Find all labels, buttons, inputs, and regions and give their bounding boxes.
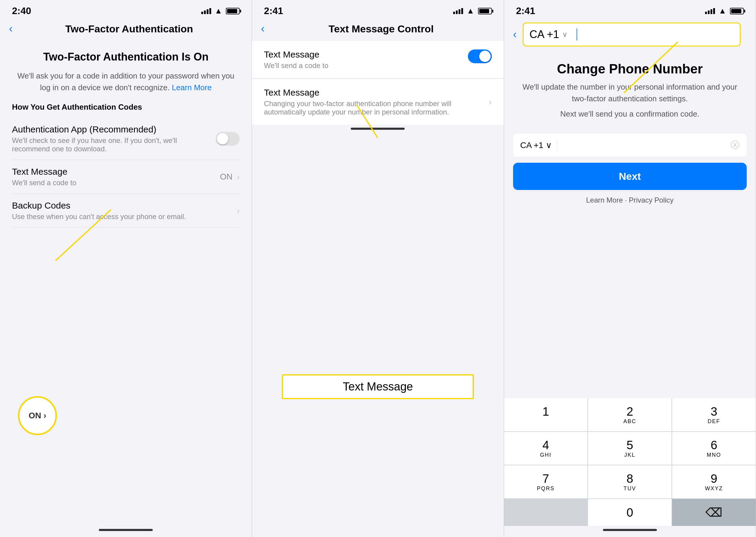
status-time-1: 2:40 [12,5,31,17]
backup-codes-subtitle: Use these when you can't access your pho… [12,213,237,221]
text-msg-toggle-title: Text Message [264,50,468,60]
change-number-desc: We'll update the number in your personal… [504,81,756,104]
status-time-3: 2:41 [516,5,535,17]
change-number-send: Next we'll send you a confirmation code. [504,109,756,119]
text-message-row-1[interactable]: Text Message We'll send a code to ON › [12,160,240,194]
numpad: 1 2 ABC 3 DEF 4 GHI 5 JKL 6 MNO 7 PQRS [504,398,756,526]
battery-icon-3 [730,8,744,15]
back-button-3[interactable]: ‹ [513,28,517,41]
text-msg-toggle-on[interactable] [468,50,492,63]
back-button-1[interactable]: ‹ [9,22,13,35]
status-icons-2: ▲ [453,6,492,16]
nav-bar-2: ‹ Text Message Control [252,20,504,41]
text-message-subtitle-1: We'll send a code to [12,179,220,187]
country-code-selector[interactable]: CA +1 ∨ [520,140,557,150]
text-msg-toggle-subtitle: We'll send a code to [264,62,468,70]
annotation-text: Text Message [343,380,413,393]
country-code-text: CA +1 [520,141,543,150]
key-2[interactable]: 2 ABC [588,398,671,431]
status-icons-3: ▲ [705,6,744,16]
signal-icon-3 [705,8,715,14]
wifi-icon-3: ▲ [719,6,726,16]
home-indicator-1 [99,529,153,531]
auth-app-toggle[interactable] [216,132,240,145]
backup-codes-title: Backup Codes [12,200,237,211]
status-bar-1: 2:40 ▲ [0,0,251,20]
key-5[interactable]: 5 JKL [588,432,671,465]
battery-icon-2 [478,8,492,15]
panel-change-number: 2:41 ▲ ‹ CA +1 ∨ Change Phone N [504,0,756,537]
home-indicator-3 [603,529,657,531]
text-msg-change-body: Changing your two-factor authentication … [264,100,488,116]
backup-codes-row[interactable]: Backup Codes Use these when you can't ac… [12,194,240,228]
auth-app-title: Authentication App (Recommended) [12,124,216,135]
back-button-2[interactable]: ‹ [261,22,264,35]
chevron-icon-change: › [489,97,492,107]
panel1-heading: Two-Factor Authentication Is On [12,50,240,64]
key-7[interactable]: 7 PQRS [504,465,588,498]
country-code-text-top: CA +1 [530,28,559,41]
country-chevron-down: ∨ [546,140,552,150]
chevron-icon-1: › [237,172,240,182]
nav-title-2: Text Message Control [268,23,495,35]
panel-two-factor: 2:40 ▲ ‹ Two-Factor Authentication Two-F… [0,0,252,537]
key-9[interactable]: 9 WXYZ [672,465,756,498]
country-phone-input-top[interactable]: CA +1 ∨ [523,22,741,46]
key-6[interactable]: 6 MNO [672,432,756,465]
clear-button[interactable]: ⓧ [731,139,739,151]
panel1-desc: We'll ask you for a code in addition to … [12,70,240,94]
signal-icon-1 [201,8,211,14]
text-msg-change-row[interactable]: Text Message Changing your two-factor au… [252,79,504,125]
section-label-1: How You Get Authentication Codes [12,103,240,112]
status-icons-1: ▲ [201,6,240,16]
text-message-annotation-box: Text Message [282,374,473,399]
chevron-icon-backup: › [237,206,240,216]
key-empty [504,499,588,526]
status-time-2: 2:41 [264,5,283,17]
text-msg-toggle-row[interactable]: Text Message We'll send a code to [252,41,504,78]
country-chevron-top: ∨ [562,30,568,39]
status-bar-2: 2:41 ▲ [252,0,504,20]
battery-icon-1 [226,8,240,15]
nav-title-1: Two-Factor Authentication [16,23,243,35]
home-indicator-2 [351,128,405,130]
auth-app-row[interactable]: Authentication App (Recommended) We'll c… [12,118,240,160]
learn-more-link-1[interactable]: Learn More [172,83,212,92]
links-row: Learn More · Privacy Policy [504,196,756,204]
panel-text-message-control: 2:41 ▲ ‹ Text Message Control Text Messa… [252,0,504,537]
on-label: ON [220,172,232,182]
wifi-icon-2: ▲ [467,6,474,16]
auth-app-subtitle: We'll check to see if you have one. If y… [12,136,216,153]
signal-icon-2 [453,8,463,14]
key-8[interactable]: 8 TUV [588,465,671,498]
key-4[interactable]: 4 GHI [504,432,588,465]
status-bar-3: 2:41 ▲ [504,0,756,20]
key-0[interactable]: 0 [588,499,671,526]
key-backspace[interactable]: ⌫ [672,499,756,526]
panel1-content: Two-Factor Authentication Is On We'll as… [0,41,251,526]
country-selector-top[interactable]: CA +1 ∨ [530,28,568,41]
text-msg-change-title: Text Message [264,88,488,98]
key-3[interactable]: 3 DEF [672,398,756,431]
change-number-title: Change Phone Number [504,62,756,76]
on-annotation-circle: ON › [18,396,57,435]
text-message-title-1: Text Message [12,167,220,177]
wifi-icon-1: ▲ [215,6,223,16]
next-button[interactable]: Next [513,163,747,190]
key-1[interactable]: 1 [504,398,588,431]
nav-bar-3: ‹ CA +1 ∨ [504,20,756,53]
cursor-line-top [577,28,577,40]
nav-bar-1: ‹ Two-Factor Authentication [0,20,251,41]
phone-input-row[interactable]: CA +1 ∨ ⓧ [513,134,747,157]
